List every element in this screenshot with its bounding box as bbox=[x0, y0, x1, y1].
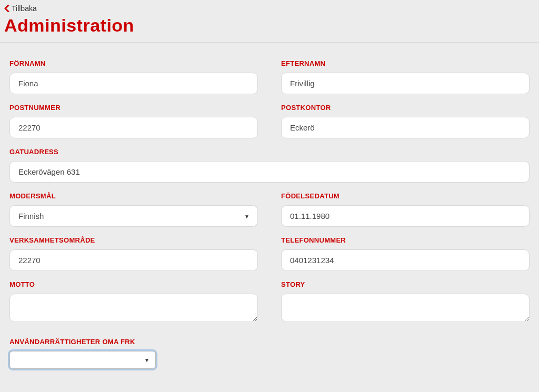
label-fornamn: FÖRNAMN bbox=[9, 59, 258, 67]
group-postkontor: POSTKONTOR bbox=[281, 104, 530, 138]
rattigheter-select-wrap bbox=[9, 351, 156, 369]
modersmal-select-wrap: Finnish bbox=[9, 205, 258, 227]
group-efternamn: EFTERNAMN bbox=[281, 59, 530, 94]
fornamn-input[interactable] bbox=[9, 73, 258, 94]
story-textarea[interactable] bbox=[281, 294, 530, 322]
label-telefonnummer: TELEFONNUMMER bbox=[281, 236, 530, 244]
group-rattigheter: ANVÄNDARRÄTTIGHETER OMA FRK bbox=[9, 338, 530, 369]
gatuadress-input[interactable] bbox=[9, 161, 530, 183]
label-motto: MOTTO bbox=[9, 280, 258, 288]
page-title: Administration bbox=[4, 15, 535, 36]
label-verksamhetsomrade: VERKSAMHETSOMRÅDE bbox=[9, 236, 258, 244]
fodelsedatum-input[interactable] bbox=[281, 205, 530, 227]
back-label: Tillbaka bbox=[12, 4, 37, 13]
group-motto: MOTTO bbox=[9, 280, 258, 324]
verksamhetsomrade-input[interactable] bbox=[9, 249, 258, 271]
group-fornamn: FÖRNAMN bbox=[9, 59, 258, 94]
back-link[interactable]: Tillbaka bbox=[4, 3, 37, 14]
telefonnummer-input[interactable] bbox=[281, 249, 530, 271]
label-fodelsedatum: FÖDELSEDATUM bbox=[281, 192, 530, 200]
label-postnummer: POSTNUMMER bbox=[9, 104, 258, 112]
group-modersmal: MODERSMÅL Finnish bbox=[9, 192, 258, 227]
motto-textarea[interactable] bbox=[9, 294, 258, 322]
header-area: Tillbaka Administration bbox=[0, 0, 539, 43]
efternamn-input[interactable] bbox=[281, 73, 530, 94]
modersmal-select[interactable]: Finnish bbox=[9, 205, 258, 227]
chevron-left-icon bbox=[4, 5, 9, 12]
postnummer-input[interactable] bbox=[9, 117, 258, 138]
postkontor-input[interactable] bbox=[281, 117, 530, 138]
group-gatuadress: GATUADRESS bbox=[9, 148, 530, 183]
label-rattigheter: ANVÄNDARRÄTTIGHETER OMA FRK bbox=[9, 338, 530, 346]
group-fodelsedatum: FÖDELSEDATUM bbox=[281, 192, 530, 227]
group-verksamhetsomrade: VERKSAMHETSOMRÅDE bbox=[9, 236, 258, 271]
form-container: FÖRNAMN EFTERNAMN POSTNUMMER POSTKONTOR … bbox=[0, 43, 539, 389]
rattigheter-select[interactable] bbox=[9, 351, 156, 369]
label-efternamn: EFTERNAMN bbox=[281, 59, 530, 67]
group-postnummer: POSTNUMMER bbox=[9, 104, 258, 138]
label-story: STORY bbox=[281, 280, 530, 288]
group-story: STORY bbox=[281, 280, 530, 324]
label-postkontor: POSTKONTOR bbox=[281, 104, 530, 112]
label-gatuadress: GATUADRESS bbox=[9, 148, 530, 156]
label-modersmal: MODERSMÅL bbox=[9, 192, 258, 200]
group-telefonnummer: TELEFONNUMMER bbox=[281, 236, 530, 271]
